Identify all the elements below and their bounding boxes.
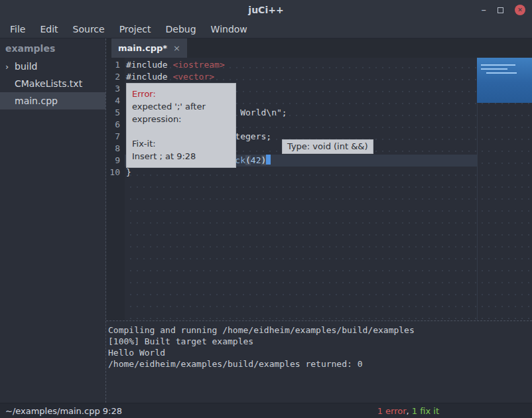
menu-project[interactable]: Project — [112, 24, 159, 35]
error-count: 1 error — [377, 406, 407, 416]
line-number: 2 — [106, 71, 120, 83]
status-bar: ~/examples/main.cpp 9:28 1 error, 1 fix … — [0, 403, 532, 418]
line-number: 5 — [106, 107, 120, 119]
cursor-location: ~/examples/main.cpp 9:28 — [0, 406, 122, 416]
tree-item-label: CMakeLists.txt — [15, 78, 82, 89]
diagnostics-summary: 1 error, 1 fix it — [366, 396, 532, 418]
project-name: examples — [0, 38, 105, 58]
code-segment: <iostream> — [172, 60, 224, 70]
code-segment: #include — [126, 72, 172, 82]
line-number: 10 — [106, 167, 120, 178]
line-number: 4 — [106, 95, 120, 107]
code-segment: <vector> — [172, 72, 214, 82]
code-segment: #include — [126, 60, 172, 70]
editor-column: main.cpp* × 12345678910 #include <iostre… — [106, 38, 532, 403]
terminal-line: /home/eidheim/examples/build/examples re… — [108, 358, 529, 370]
fixit-count: 1 fix it — [412, 406, 439, 416]
code-segment: 42 — [251, 155, 261, 165]
terminal-panel[interactable]: Compiling and running /home/eidheim/exam… — [106, 320, 532, 403]
code-segment: ) — [261, 155, 267, 165]
minimap[interactable] — [477, 58, 532, 103]
fixit-title: Fix-it: — [132, 137, 230, 150]
terminal-line: Compiling and running /home/eidheim/exam… — [108, 324, 529, 336]
file-tree: ›buildCMakeLists.txtmain.cpp — [0, 58, 105, 109]
tab-bar: main.cpp* × — [106, 38, 532, 58]
code-segment: } — [126, 167, 131, 177]
tree-item-label: build — [15, 61, 37, 72]
window-title: juCi++ — [248, 5, 283, 15]
title-bar: juCi++ – ✕ — [0, 0, 532, 20]
minimap-code-bar — [486, 72, 517, 74]
maximize-icon — [498, 7, 503, 13]
menu-edit[interactable]: Edit — [33, 24, 65, 35]
fixit-message: Insert ; at 9:28 — [132, 150, 230, 163]
code-line: #include <iostream> — [125, 59, 477, 71]
code-editor[interactable]: 12345678910 #include <iostream>#include … — [106, 58, 532, 320]
type-tooltip: Type: void (int &&) — [282, 139, 373, 154]
code-segment: ( — [245, 155, 251, 165]
minimize-button[interactable]: – — [482, 5, 487, 15]
main-area: examples ›buildCMakeLists.txtmain.cpp ma… — [0, 38, 532, 403]
minimap-code-bar — [481, 68, 507, 70]
diagnostic-message: expected ';' after expression: — [132, 100, 230, 125]
tab-main-cpp[interactable]: main.cpp* × — [111, 38, 187, 58]
line-number: 8 — [106, 143, 120, 155]
menu-window[interactable]: Window — [204, 24, 255, 35]
code-line: #include <vector> — [125, 71, 477, 83]
text-cursor — [266, 155, 271, 165]
line-number: 3 — [106, 83, 120, 95]
diagnostic-spacer — [132, 125, 230, 137]
menu-source[interactable]: Source — [66, 24, 112, 35]
diagnostic-title: Error: — [132, 88, 230, 100]
menu-debug[interactable]: Debug — [159, 24, 204, 35]
minimap-code-bar — [481, 64, 515, 66]
line-number: 7 — [106, 131, 120, 143]
close-button[interactable]: ✕ — [515, 5, 525, 15]
line-number: 6 — [106, 119, 120, 131]
terminal-line: [100%] Built target examples — [108, 336, 529, 347]
sidebar-item-build[interactable]: ›build — [0, 58, 105, 75]
diagnostic-tooltip: Error: expected ';' after expression: Fi… — [126, 83, 236, 168]
line-number: 9 — [106, 155, 120, 167]
sidebar-item-cmakelists-txt[interactable]: CMakeLists.txt — [0, 75, 105, 92]
menu-bar: FileEditSourceProjectDebugWindow — [0, 20, 532, 38]
code-line: } — [125, 167, 477, 178]
window-controls: – ✕ — [482, 0, 526, 20]
code-segment: ; — [282, 107, 287, 117]
diagnostics-separator: , — [407, 406, 412, 416]
tree-item-label: main.cpp — [15, 96, 58, 106]
tab-close-icon[interactable]: × — [173, 43, 180, 53]
sidebar: examples ›buildCMakeLists.txtmain.cpp — [0, 38, 106, 403]
chevron-right-icon[interactable]: › — [5, 62, 15, 72]
terminal-line: Hello World — [108, 347, 529, 358]
line-number-gutter: 12345678910 — [106, 58, 125, 320]
menu-file[interactable]: File — [3, 24, 33, 35]
tab-label: main.cpp* — [118, 43, 167, 53]
line-number: 1 — [106, 59, 120, 71]
sidebar-item-main-cpp[interactable]: main.cpp — [0, 92, 105, 109]
maximize-button[interactable] — [497, 7, 504, 14]
